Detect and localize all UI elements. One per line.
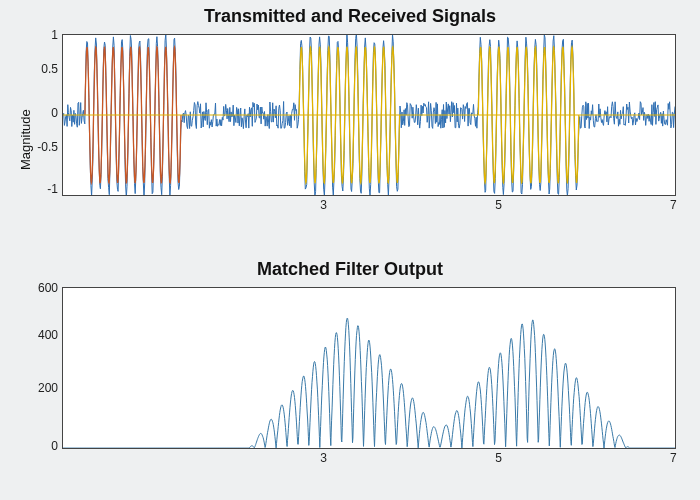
matlab-figure: Transmitted and Received Signals Magnitu… (0, 0, 700, 500)
ytick: 600 (24, 281, 58, 295)
ytick: -1 (28, 182, 58, 196)
xtick: 7 (670, 198, 677, 212)
ytick: 400 (24, 328, 58, 342)
top-axes (62, 34, 676, 196)
top-plot-svg (63, 35, 675, 195)
ytick: 0 (28, 106, 58, 120)
ytick: 0 (24, 439, 58, 453)
top-panel: Transmitted and Received Signals Magnitu… (0, 0, 700, 250)
xtick: 7 (670, 451, 677, 465)
bottom-panel: Matched Filter Output 600 400 200 0 3 5 … (0, 255, 700, 495)
ytick: 0.5 (28, 62, 58, 76)
top-title: Transmitted and Received Signals (0, 6, 700, 27)
xtick: 5 (495, 451, 502, 465)
xtick: 3 (320, 451, 327, 465)
bottom-plot-svg (63, 288, 675, 448)
xtick: 5 (495, 198, 502, 212)
xtick: 3 (320, 198, 327, 212)
bottom-axes (62, 287, 676, 449)
ytick: -0.5 (28, 140, 58, 154)
bottom-title: Matched Filter Output (0, 259, 700, 280)
ytick: 1 (28, 28, 58, 42)
ytick: 200 (24, 381, 58, 395)
